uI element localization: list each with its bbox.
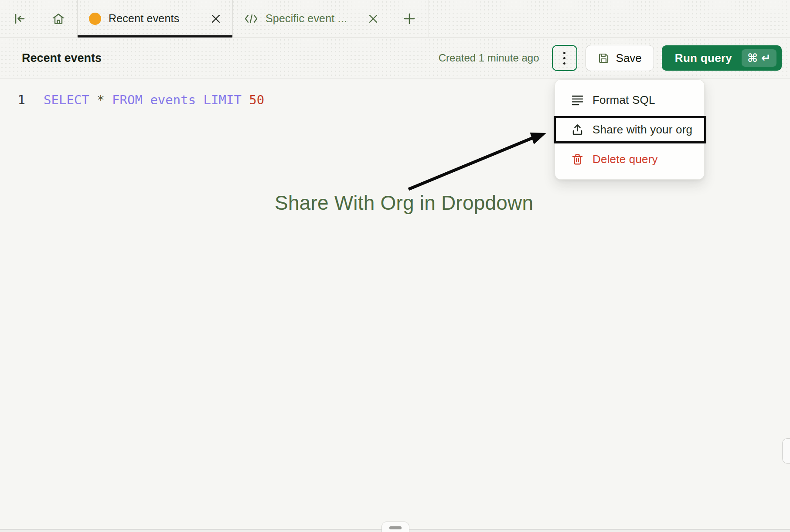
menu-item-share-with-org[interactable]: Share with your org — [555, 115, 704, 144]
tab-specific-event-close-button[interactable] — [368, 14, 378, 24]
menu-item-label: Format SQL — [592, 93, 655, 107]
active-tab-underline — [78, 35, 232, 38]
sql-number: 50 — [249, 92, 264, 107]
trash-icon — [572, 153, 583, 165]
sql-keyword: FROM — [112, 92, 143, 107]
more-options-button[interactable] — [552, 45, 577, 71]
line-number: 1 — [0, 92, 25, 107]
kebab-dot — [563, 57, 565, 59]
sql-code[interactable]: SELECT*FROMeventsLIMIT50 — [44, 92, 272, 107]
menu-item-label: Share with your org — [592, 123, 692, 136]
collapse-sidebar-button[interactable] — [0, 0, 39, 37]
return-key-icon: ↵ — [761, 51, 771, 65]
header-actions: Created 1 minute ago Save Run query — [439, 38, 782, 78]
save-button-label: Save — [616, 51, 642, 65]
share-upload-icon — [572, 124, 583, 136]
save-button[interactable]: Save — [586, 45, 654, 71]
tab-recent-events-close-button[interactable] — [211, 14, 221, 24]
bottom-panel-handle[interactable] — [381, 522, 409, 532]
tab-specific-event[interactable]: Specific event ... — [233, 0, 390, 37]
created-timestamp: Created 1 minute ago — [439, 52, 539, 64]
annotation-text: Share With Org in Dropdown — [275, 191, 533, 215]
sql-keyword: SELECT — [44, 92, 89, 107]
home-button[interactable] — [39, 0, 78, 37]
query-editor-app: Recent events Specific event ... — [0, 0, 790, 532]
drag-grip-icon — [389, 526, 402, 529]
sql-keyword: LIMIT — [204, 92, 242, 107]
right-panel-handle[interactable] — [782, 438, 790, 464]
format-sql-icon — [572, 94, 583, 106]
menu-item-label: Delete query — [592, 153, 658, 166]
kebab-dot — [563, 52, 565, 54]
save-icon — [598, 52, 610, 64]
tab-recent-events-label: Recent events — [109, 12, 204, 25]
kebab-dot — [563, 62, 565, 65]
plus-icon — [403, 12, 416, 25]
unsaved-dot-icon — [89, 13, 101, 25]
run-query-button[interactable]: Run query ⌘ ↵ — [662, 45, 782, 71]
new-tab-button[interactable] — [390, 0, 429, 37]
query-header: Recent events Created 1 minute ago Save — [0, 38, 790, 78]
options-dropdown-menu: Format SQL Share with your org — [555, 79, 705, 180]
close-icon — [211, 14, 221, 24]
tab-recent-events[interactable]: Recent events — [78, 0, 233, 37]
tab-bar-spacer — [429, 0, 790, 37]
run-query-label: Run query — [675, 51, 732, 65]
code-line-1: 1 SELECT*FROMeventsLIMIT50 — [0, 92, 272, 107]
tab-bar: Recent events Specific event ... — [0, 0, 790, 38]
tab-specific-event-label: Specific event ... — [266, 12, 362, 25]
menu-item-delete-query[interactable]: Delete query — [555, 144, 704, 174]
sql-identifier: events — [150, 92, 196, 107]
command-key-icon: ⌘ — [747, 51, 758, 65]
menu-item-format-sql[interactable]: Format SQL — [555, 85, 704, 115]
code-icon — [244, 13, 258, 24]
collapse-sidebar-icon — [14, 13, 26, 25]
page-title: Recent events — [22, 51, 102, 65]
run-shortcut-badge: ⌘ ↵ — [742, 49, 776, 67]
close-icon — [368, 14, 378, 24]
home-icon — [52, 12, 65, 25]
sql-operator: * — [97, 92, 104, 107]
